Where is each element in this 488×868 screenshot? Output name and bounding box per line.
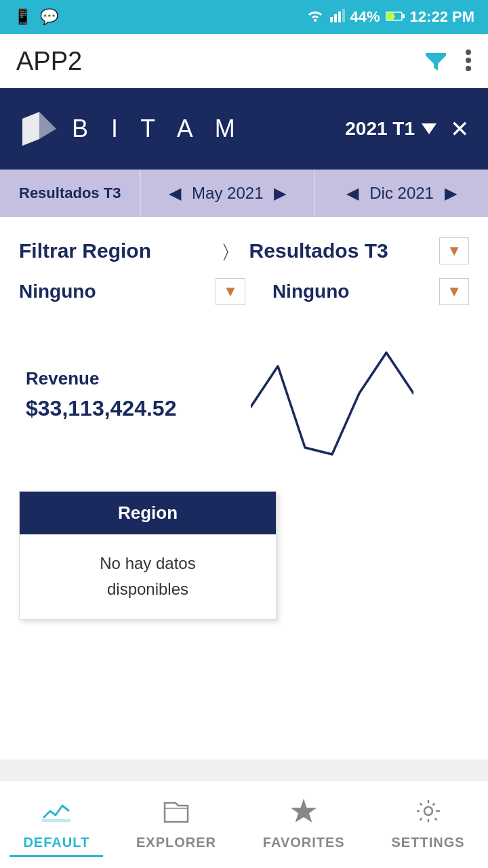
svg-marker-15: [39, 112, 56, 139]
svg-point-0: [314, 19, 317, 22]
ninguno2-label: Ninguno: [272, 281, 350, 302]
nav-favorites[interactable]: FAVORITES: [249, 792, 359, 857]
revenue-value: $33,113,424.52: [26, 396, 244, 421]
svg-rect-3: [338, 12, 341, 22]
region-table: Region No hay datosdisponibles: [19, 491, 277, 620]
resultados-t3-label: Resultados T3: [243, 239, 440, 262]
filter-region-label: Filtrar Region: [19, 239, 209, 262]
may-next-arrow[interactable]: ▶: [270, 181, 290, 205]
dic-label: Dic 2021: [369, 184, 434, 203]
nav-default[interactable]: DEFAULT: [9, 792, 103, 857]
logo-area: B I T A M: [19, 108, 243, 149]
svg-rect-2: [334, 14, 337, 22]
tab-dic[interactable]: ◀ Dic 2021 ▶: [314, 170, 488, 217]
svg-point-19: [424, 807, 432, 815]
tab-bar: Resultados T3 ◀ May 2021 ▶ ◀ Dic 2021 ▶: [0, 170, 488, 217]
resultados-dropdown-button[interactable]: ▼: [439, 237, 469, 264]
may-label: May 2021: [192, 184, 263, 203]
app-title: APP2: [16, 47, 82, 76]
svg-rect-7: [403, 14, 405, 18]
explorer-icon: [162, 799, 190, 829]
chart-area: Revenue $33,113,424.52: [19, 326, 469, 464]
filter-button[interactable]: [423, 47, 449, 75]
more-options-button[interactable]: [465, 47, 472, 75]
period-selector-button[interactable]: 2021 T1: [345, 118, 436, 140]
header-right: 2021 T1 ✕: [345, 115, 469, 142]
svg-rect-1: [330, 17, 333, 22]
nav-settings[interactable]: SETTINGS: [378, 792, 479, 857]
region-table-header: Region: [20, 492, 276, 534]
status-left: 📱 💬: [14, 8, 58, 26]
ninguno1-dropdown-button[interactable]: ▼: [216, 278, 245, 305]
settings-label: SETTINGS: [392, 835, 465, 850]
filter-row: Filtrar Region 〉 Resultados T3 ▼: [19, 237, 469, 264]
nav-explorer[interactable]: EXPLORER: [123, 792, 230, 857]
tab-may[interactable]: ◀ May 2021 ▶: [140, 170, 314, 217]
wifi-icon: [306, 7, 325, 26]
svg-marker-16: [422, 123, 436, 134]
svg-point-12: [466, 58, 471, 63]
ninguno2-dropdown-arrow: ▼: [447, 283, 462, 300]
tab-resultados-label: Resultados T3: [19, 184, 121, 202]
may-prev-arrow[interactable]: ◀: [165, 181, 185, 205]
tab-resultados[interactable]: Resultados T3: [0, 170, 140, 217]
main-content: Filtrar Region 〉 Resultados T3 ▼ Ninguno…: [0, 217, 488, 760]
period-text: 2021 T1: [345, 118, 415, 140]
status-bar: 📱 💬 44%: [0, 0, 488, 34]
app-bar-actions: [423, 47, 472, 75]
favorites-label: FAVORITES: [263, 835, 345, 850]
time-display: 12:22 PM: [410, 8, 474, 26]
svg-marker-18: [292, 800, 315, 821]
voicemail-icon: 💬: [40, 8, 58, 26]
favorites-icon: [291, 799, 317, 829]
default-icon: [42, 799, 70, 829]
nav-active-indicator: [9, 855, 103, 857]
svg-point-11: [466, 50, 471, 55]
bottom-nav: DEFAULT EXPLORER FAVORITES SETTINGS: [0, 780, 488, 868]
dic-prev-arrow[interactable]: ◀: [342, 181, 363, 205]
battery-percentage: 44%: [350, 8, 380, 26]
ninguno2-area: Ninguno ▼: [266, 278, 469, 305]
resultados-dropdown-arrow: ▼: [447, 242, 462, 259]
bitam-logo-icon: [19, 108, 60, 149]
dic-next-arrow[interactable]: ▶: [441, 181, 461, 205]
default-label: DEFAULT: [23, 835, 89, 850]
svg-point-13: [466, 66, 471, 71]
notification-icon: 📱: [14, 8, 32, 26]
revenue-box: Revenue $33,113,424.52: [19, 355, 251, 435]
status-right: 44% 12:22 PM: [306, 7, 474, 26]
ninguno2-dropdown-button[interactable]: ▼: [439, 278, 469, 305]
explorer-label: EXPLORER: [136, 835, 216, 850]
ninguno1-dropdown-arrow: ▼: [223, 283, 238, 300]
ninguno-row: Ninguno ▼ Ninguno ▼: [19, 278, 469, 305]
sparkline-chart: [251, 326, 469, 464]
header-banner: B I T A M 2021 T1 ✕: [0, 88, 488, 170]
svg-marker-14: [22, 112, 39, 146]
battery-icon: [386, 8, 405, 26]
settings-icon: [415, 799, 441, 829]
logo-text: B I T A M: [72, 115, 243, 143]
svg-rect-17: [42, 819, 70, 822]
signal-icon: [330, 7, 345, 26]
filter-arrow-icon: 〉: [209, 241, 243, 262]
app-bar: APP2: [0, 34, 488, 88]
revenue-title: Revenue: [26, 368, 244, 389]
close-button[interactable]: ✕: [450, 115, 469, 142]
ninguno1-label: Ninguno: [19, 281, 216, 302]
svg-rect-4: [342, 9, 345, 22]
region-table-body: No hay datosdisponibles: [20, 534, 276, 619]
